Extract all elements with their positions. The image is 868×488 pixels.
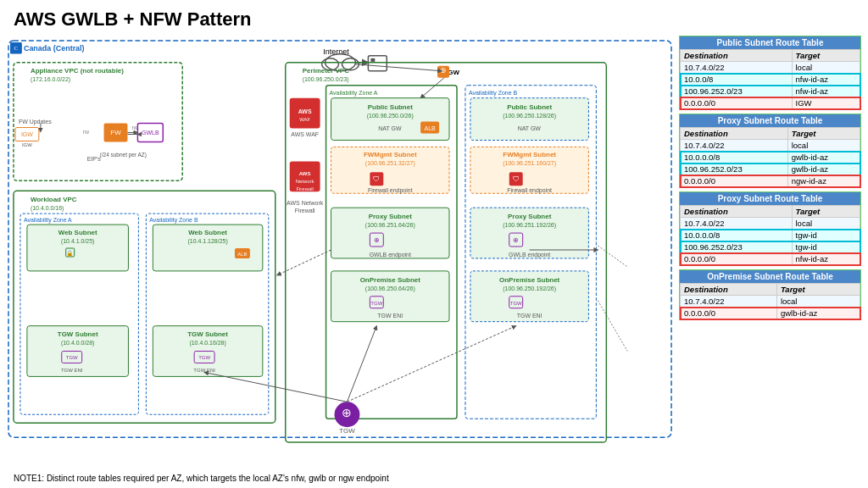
destination-cell: 10.0.0/8 — [681, 74, 793, 86]
destination-cell: 0.0.0.0/0 — [681, 97, 793, 109]
svg-text:(100.96.250.192/26): (100.96.250.192/26) — [503, 286, 556, 292]
svg-text:Firewall endpoint: Firewall endpoint — [368, 187, 413, 194]
svg-text:TGW: TGW — [370, 301, 382, 306]
destination-cell: 100.96.252.0/23 — [681, 164, 788, 175]
target-cell: gwlb-id-az — [787, 152, 860, 164]
target-cell: tgw-id — [792, 230, 860, 241]
svg-text:ALB: ALB — [425, 125, 437, 131]
target-cell: ngw-id-az — [787, 175, 860, 187]
svg-text:⊕: ⊕ — [374, 236, 380, 244]
target-col-header-3: Target — [792, 206, 860, 218]
destination-cell: 0.0.0.0/0 — [681, 175, 788, 187]
svg-text:🛡: 🛡 — [513, 175, 520, 183]
svg-text:🔒: 🔒 — [66, 249, 74, 257]
target-cell: tgw-id — [792, 241, 860, 253]
destination-cell: 100.96.252.0/23 — [681, 86, 793, 97]
svg-text:FW: FW — [110, 129, 121, 136]
svg-text:TGW: TGW — [66, 355, 78, 360]
svg-text:(100.96.250.128/26): (100.96.250.128/26) — [503, 113, 556, 119]
svg-text:FW Updates: FW Updates — [19, 119, 52, 125]
destination-cell: 0.0.0.0/0 — [681, 308, 777, 319]
svg-text:WAF: WAF — [299, 117, 310, 122]
page-title: AWS GWLB + NFW Pattern — [0, 0, 868, 34]
svg-text:(100.96.251.160/27): (100.96.251.160/27) — [503, 160, 556, 167]
svg-text:IGW: IGW — [21, 131, 33, 137]
destination-cell: 10.0.0.0/8 — [681, 152, 788, 164]
svg-text:Public Subnet: Public Subnet — [368, 103, 413, 111]
svg-text:⊕: ⊕ — [440, 66, 447, 75]
destination-cell: 10.7.4.0/22 — [681, 62, 793, 74]
svg-text:TGW Subnet: TGW Subnet — [187, 330, 228, 338]
table-row: 10.0.0/8nfw-id-az — [681, 74, 860, 86]
target-cell: nfw-id-az — [792, 86, 860, 97]
target-cell: local — [792, 62, 860, 74]
table-row: 100.96.252.0/23nfw-id-az — [681, 86, 860, 97]
proxy-subnet-route-table-2: Proxy Subnet Route Table Destination Tar… — [679, 191, 861, 266]
table-row: 0.0.0.0/0ngw-id-az — [681, 175, 860, 187]
svg-text:Canada (Central): Canada (Central) — [24, 44, 85, 53]
svg-text:(100.96.250.0/26): (100.96.250.0/26) — [367, 113, 414, 119]
note-bar: NOTE1: Distinct route tables required pe… — [0, 470, 403, 486]
svg-text:Availability Zone A: Availability Zone A — [330, 90, 378, 97]
svg-rect-6 — [368, 56, 387, 71]
svg-text:(100.96.250.0/23): (100.96.250.0/23) — [303, 76, 349, 83]
svg-text:Web Subnet: Web Subnet — [58, 229, 97, 236]
onpremise-subnet-route-table: OnPremise Subnet Route Table Destination… — [679, 269, 861, 320]
svg-text:FWMgmt Subnet: FWMgmt Subnet — [364, 151, 417, 158]
svg-text:TGW Subnet: TGW Subnet — [58, 330, 98, 338]
svg-text:OnPremise Subnet: OnPremise Subnet — [360, 276, 421, 284]
svg-text:FWMgmt Subnet: FWMgmt Subnet — [503, 151, 556, 158]
target-col-header-2: Target — [787, 128, 860, 140]
architecture-diagram: Canada (Central) Internet IGW ⊕ Applianc… — [7, 34, 674, 458]
svg-text:AWS WAF: AWS WAF — [291, 131, 319, 137]
route-tables-panel: Public Subnet Route Table Destination Ta… — [679, 34, 861, 458]
svg-text:Firewall: Firewall — [296, 186, 314, 191]
svg-text:Public Subnet: Public Subnet — [507, 103, 552, 111]
target-col-header-1: Target — [792, 50, 860, 62]
destination-cell: 0.0.0.0/0 — [681, 253, 793, 265]
svg-text:Appliance VPC (not routable): Appliance VPC (not routable) — [31, 67, 124, 75]
svg-text:IGW: IGW — [22, 142, 32, 147]
svg-text:(10.4.0.16/28): (10.4.0.16/28) — [189, 340, 225, 347]
table-row: 10.0.0.0/8tgw-id — [681, 230, 860, 241]
svg-text:(10.4.1.0/25): (10.4.1.0/25) — [61, 238, 95, 245]
destination-cell: 10.0.0.0/8 — [681, 230, 793, 241]
svg-text:TGW ENI: TGW ENI — [61, 368, 83, 373]
svg-text:NAT GW: NAT GW — [518, 125, 542, 131]
table-row: 10.7.4.0/22local — [681, 218, 860, 230]
dest-col-header-3: Destination — [681, 206, 793, 218]
proxy-subnet-route-table-1: Proxy Subnet Route Table Destination Tar… — [679, 114, 861, 188]
svg-line-133 — [598, 301, 627, 352]
svg-text:GWLB endpoint: GWLB endpoint — [370, 252, 411, 258]
proxy-rt-2-header: Proxy Subnet Route Table — [680, 192, 860, 205]
table-row: 0.0.0.0/0IGW — [681, 97, 860, 109]
svg-text:AWS Network: AWS Network — [287, 200, 324, 206]
table-row: 0.0.0.0/0gwlb-id-az — [681, 308, 860, 319]
svg-text:Firewall: Firewall — [295, 208, 315, 214]
table-row: 100.96.252.0/23gwlb-id-az — [681, 164, 860, 175]
svg-text:GWLB endpoint: GWLB endpoint — [509, 252, 550, 258]
svg-text:(10.4.0.0/16): (10.4.0.0/16) — [31, 205, 64, 212]
svg-text:Workload VPC: Workload VPC — [31, 196, 77, 203]
svg-text:Availability Zone B: Availability Zone B — [149, 217, 198, 224]
destination-cell: 100.96.252.0/23 — [681, 241, 793, 253]
table-row: 10.7.4.0/22local — [681, 62, 860, 74]
svg-text:(100.96.251.192/26): (100.96.251.192/26) — [503, 222, 556, 229]
svg-text:⊕: ⊕ — [513, 236, 519, 244]
svg-text:AWS: AWS — [298, 108, 312, 114]
table-row: 10.7.4.0/22local — [681, 296, 860, 308]
svg-text:TGW ENI: TGW ENI — [517, 313, 542, 319]
dest-col-header-1: Destination — [681, 50, 793, 62]
svg-text:(172.16.0.0/22): (172.16.0.0/22) — [31, 76, 70, 83]
table-row: 10.7.4.0/22local — [681, 140, 860, 152]
target-cell: local — [787, 140, 860, 152]
svg-rect-7 — [370, 58, 375, 62]
svg-text:Web Subnet: Web Subnet — [188, 229, 227, 236]
svg-text:AWS: AWS — [299, 171, 311, 176]
svg-text:Proxy Subnet: Proxy Subnet — [369, 213, 413, 220]
svg-text:TGW: TGW — [198, 355, 210, 360]
target-col-header-4: Target — [776, 284, 860, 296]
public-subnet-route-table: Public Subnet Route Table Destination Ta… — [679, 36, 861, 110]
target-cell: local — [776, 296, 860, 308]
destination-cell: 10.7.4.0/22 — [681, 296, 777, 308]
